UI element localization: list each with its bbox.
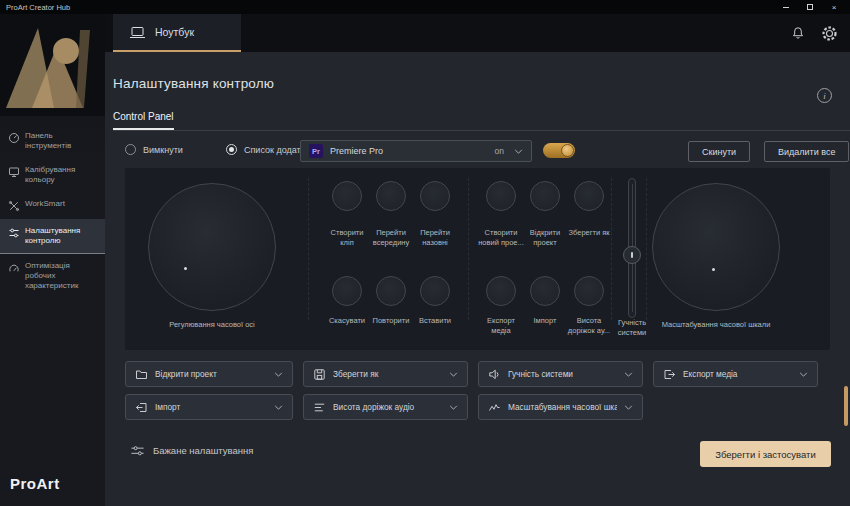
preferences-icon	[130, 444, 145, 457]
sidebar-item-dashboard[interactable]: Панель інструментів	[0, 124, 105, 158]
minimize-icon[interactable]	[776, 1, 796, 13]
panel-button-label: Скасувати	[324, 316, 370, 326]
chevron-down-icon	[624, 405, 633, 410]
sidebar-item-worksmart[interactable]: WorkSmart	[0, 192, 105, 219]
preferences-label: Бажане налаштування	[153, 445, 253, 456]
proart-logo-art	[0, 14, 105, 116]
window-controls: ×	[776, 1, 844, 13]
sidebar-item-performance-optimization[interactable]: Оптимізація робочих характеристик	[0, 254, 105, 298]
scrollbar-thumb[interactable]	[844, 386, 848, 426]
assign-label: Відкрити проект	[155, 369, 267, 379]
assign-label: Експорт медіа	[683, 369, 792, 379]
panel-button[interactable]	[530, 181, 560, 211]
monitor-icon	[8, 166, 20, 178]
panel-button[interactable]	[376, 276, 406, 306]
panel-button-label: Створити новий прое...	[478, 228, 524, 248]
chevron-down-icon	[514, 149, 523, 154]
app-window: ProArt Creator Hub × Панель інстр	[0, 0, 850, 506]
info-icon[interactable]: i	[817, 88, 832, 103]
preferences-link[interactable]: Бажане налаштування	[130, 444, 253, 457]
main-content: Налаштування контролю i Control Panel Ви…	[105, 52, 850, 506]
import-icon	[135, 401, 148, 414]
panel-button-label: Перейти назовні	[412, 228, 458, 248]
panel-button[interactable]	[332, 181, 362, 211]
tab-laptop[interactable]: Ноутбук	[113, 14, 241, 52]
gauge-icon	[8, 132, 20, 144]
assign-dropdown-save-as[interactable]: Зберегти як	[303, 361, 468, 387]
panel-button[interactable]	[332, 276, 362, 306]
dial-indicator-dot	[712, 268, 715, 271]
sidebar-item-label: Панель інструментів	[25, 131, 99, 151]
titlebar: ProArt Creator Hub ×	[0, 0, 850, 14]
control-surface-panel: Регулювання часової осі Створити кліп Пе…	[125, 168, 830, 350]
sidebar-item-color-calibration[interactable]: Калібрування кольору	[0, 158, 105, 192]
app-select-dropdown[interactable]: Pr Premiere Pro on	[300, 140, 532, 162]
dial-label: Масштабування часової шкали	[636, 320, 796, 330]
gear-icon[interactable]	[821, 25, 838, 42]
chevron-down-icon	[799, 372, 808, 377]
save-and-apply-button[interactable]: Зберегти і застосувати	[700, 441, 831, 467]
assign-dropdown-system-volume[interactable]: Гучність системи	[478, 361, 643, 387]
radio-circle	[125, 144, 136, 155]
volume-icon	[488, 368, 501, 381]
assign-label: Висота доріжок аудіо	[333, 402, 442, 412]
assign-dropdown-timeline-zoom[interactable]: Масштабування часової шкали	[478, 394, 643, 420]
panel-button[interactable]	[486, 181, 516, 211]
assign-dropdown-track-height[interactable]: Висота доріжок аудіо	[303, 394, 468, 420]
bell-icon[interactable]	[791, 26, 805, 40]
tracks-icon	[313, 401, 326, 414]
speedometer-icon	[8, 262, 20, 274]
radio-disable[interactable]: Вимкнути	[125, 144, 183, 155]
chevron-down-icon	[449, 405, 458, 410]
delete-all-button[interactable]: Видалити все	[764, 141, 849, 162]
sidebar-item-control-settings[interactable]: Налаштування контролю	[0, 219, 105, 254]
timeline-scrub-dial[interactable]	[148, 183, 276, 311]
close-icon[interactable]: ×	[824, 1, 844, 13]
panel-separator	[468, 178, 469, 320]
topbar-icons	[791, 14, 838, 52]
panel-button[interactable]	[486, 276, 516, 306]
panel-button-label: Вставити	[412, 316, 458, 326]
panel-separator	[308, 178, 309, 320]
panel-button[interactable]	[376, 181, 406, 211]
panel-button-label: Відкрити проект	[522, 228, 568, 248]
reset-button[interactable]: Скинути	[688, 141, 750, 162]
panel-button-label: Повторити	[368, 316, 414, 326]
sidebar: Панель інструментів Калібрування кольору…	[0, 14, 105, 506]
assign-dropdown-import[interactable]: Імпорт	[125, 394, 293, 420]
dial-indicator-dot	[184, 267, 187, 270]
device-tab-label: Ноутбук	[155, 26, 194, 38]
panel-button-label: Імпорт	[522, 316, 568, 326]
proart-wordmark: ProArt	[10, 475, 60, 492]
tools-icon	[8, 200, 20, 212]
sidebar-item-label: Оптимізація робочих характеристик	[25, 261, 99, 291]
panel-button[interactable]	[574, 181, 604, 211]
panel-separator	[646, 178, 647, 320]
assign-dropdown-export-media[interactable]: Експорт медіа	[653, 361, 818, 387]
volume-slider-knob[interactable]	[623, 246, 641, 264]
chevron-down-icon	[624, 372, 633, 377]
assign-label: Масштабування часової шкали	[508, 402, 617, 412]
sidebar-item-label: Налаштування контролю	[25, 226, 99, 246]
app-enabled-toggle[interactable]	[543, 143, 575, 158]
panel-button[interactable]	[420, 181, 450, 211]
assign-label: Гучність системи	[508, 369, 617, 379]
radio-circle	[226, 144, 237, 155]
radio-app-list[interactable]: Список додатків	[226, 144, 311, 155]
zoom-icon	[488, 401, 501, 414]
folder-icon	[135, 368, 148, 381]
chevron-down-icon	[274, 405, 283, 410]
timeline-zoom-dial[interactable]	[652, 183, 780, 311]
assign-label: Зберегти як	[333, 369, 442, 379]
panel-button[interactable]	[574, 276, 604, 306]
topbar: Ноутбук	[105, 14, 850, 52]
panel-button-label: Експорт медіа	[478, 316, 524, 336]
panel-button[interactable]	[420, 276, 450, 306]
panel-button[interactable]	[530, 276, 560, 306]
maximize-icon[interactable]	[800, 1, 820, 13]
export-icon	[663, 368, 676, 381]
toggle-knob	[561, 144, 574, 157]
divider	[113, 130, 850, 131]
tab-control-panel[interactable]: Control Panel	[113, 111, 174, 130]
assign-dropdown-open-project[interactable]: Відкрити проект	[125, 361, 293, 387]
